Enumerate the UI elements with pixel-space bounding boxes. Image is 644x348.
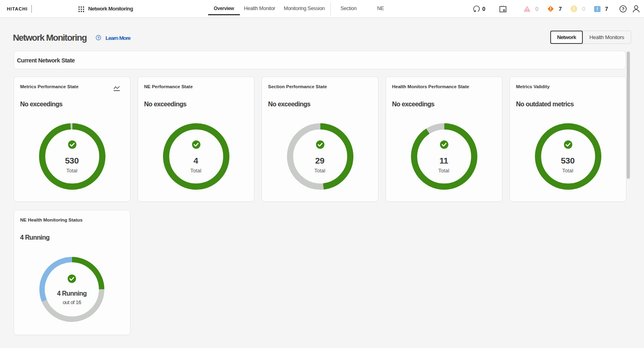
svg-text:?: ? [97, 36, 99, 40]
svg-text:?: ? [622, 6, 625, 11]
